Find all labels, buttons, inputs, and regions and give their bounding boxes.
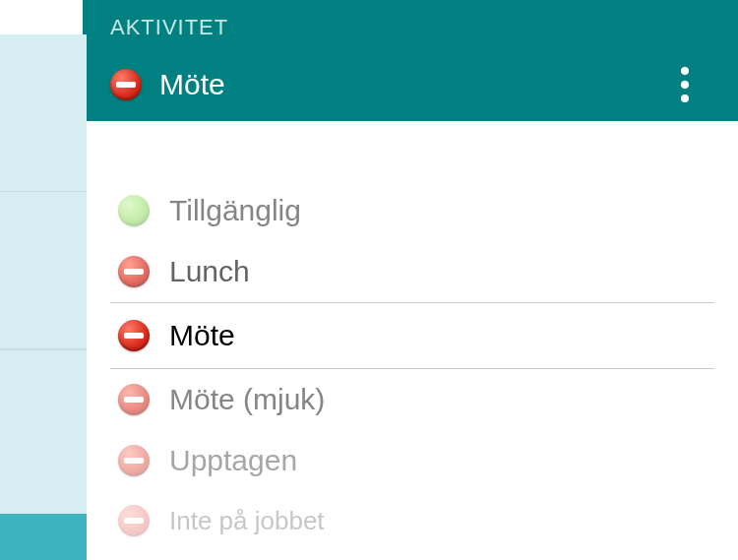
- status-option-label: Möte: [169, 319, 235, 352]
- status-list[interactable]: Tillgänglig Lunch Möte Möte (mjuk) Uppta…: [87, 180, 738, 560]
- main-panel: AKTIVITET Möte Tillgänglig Lunch M: [87, 0, 738, 560]
- status-option-meeting[interactable]: Möte: [110, 302, 714, 369]
- status-option-label: Lunch: [169, 255, 250, 288]
- sidebar-row-3[interactable]: [0, 349, 87, 514]
- status-option-label: Inte på jobbet: [169, 506, 325, 536]
- status-option-meeting-soft[interactable]: Möte (mjuk): [110, 369, 714, 430]
- current-status-bar[interactable]: Möte: [87, 48, 738, 121]
- busy-icon: [118, 505, 150, 536]
- sidebar-bottom[interactable]: [0, 514, 87, 560]
- busy-icon: [118, 320, 150, 351]
- busy-icon: [118, 384, 150, 415]
- busy-icon: [118, 256, 150, 287]
- sidebar-row-2[interactable]: [0, 192, 87, 349]
- status-option-label: Tillgänglig: [169, 194, 301, 227]
- sidebar: [0, 0, 87, 560]
- status-option-label: Upptagen: [169, 444, 297, 477]
- sidebar-row-1[interactable]: [0, 34, 87, 192]
- status-option-hidden[interactable]: [110, 550, 714, 560]
- section-header: AKTIVITET: [87, 7, 738, 48]
- status-option-label: Möte (mjuk): [169, 383, 325, 416]
- busy-icon: [110, 69, 142, 100]
- topbar: [87, 0, 738, 7]
- status-option-available[interactable]: Tillgänglig: [110, 180, 714, 241]
- sidebar-top: [0, 0, 87, 34]
- status-picker: Tillgänglig Lunch Möte Möte (mjuk) Uppta…: [87, 121, 738, 560]
- status-option-not-at-work[interactable]: Inte på jobbet: [110, 491, 714, 550]
- more-menu-icon[interactable]: [681, 67, 689, 102]
- status-option-lunch[interactable]: Lunch: [110, 241, 714, 302]
- current-status-label: Möte: [159, 68, 225, 101]
- available-icon: [118, 195, 150, 226]
- status-option-busy[interactable]: Upptagen: [110, 430, 714, 491]
- busy-icon: [118, 445, 150, 476]
